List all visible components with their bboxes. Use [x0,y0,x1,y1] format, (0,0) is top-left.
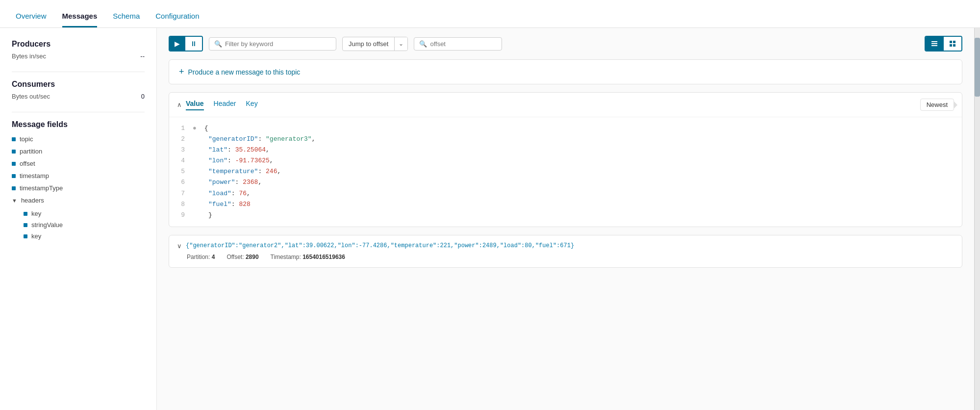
play-pause-group: ▶ ⏸ [169,36,203,51]
partition-value: 4 [212,254,215,260]
code-line-3: 3 "lat": 35.25064, [177,145,954,155]
message-card-1: ∧ Value Header Key Newest 1 ● { 2 "gener… [169,92,962,227]
field-offset[interactable]: offset [12,157,145,170]
nested-field-key-2[interactable]: key [24,231,63,242]
field-timestampType[interactable]: timestampType [12,182,145,194]
produce-banner[interactable]: + Produce a new message to this topic [169,59,962,84]
scrollbar[interactable] [974,28,980,410]
search-icon-offset: 🔍 [419,40,427,48]
bullet-icon [24,223,27,227]
bytes-in-sec-value: -- [140,52,145,60]
offset-input-wrap[interactable]: 🔍 [414,37,502,51]
bullet-icon [12,186,16,190]
field-label: timestampType [20,184,63,192]
tab-messages[interactable]: Messages [62,8,98,27]
main-layout: Producers Bytes in/sec -- Consumers Byte… [0,28,980,410]
tab-configuration[interactable]: Configuration [155,8,199,27]
code-line-5: 5 "temperature": 246, [177,166,954,177]
search-icon: 🔍 [214,40,222,48]
filter-input[interactable] [225,40,331,48]
plus-icon: + [179,67,184,77]
code-line-1: 1 ● { [177,123,954,134]
bytes-in-sec-row: Bytes in/sec -- [12,52,145,60]
field-headers[interactable]: ▼ headers key stringValue [12,194,145,244]
bytes-out-sec-value: 0 [141,93,145,100]
grid-view-icon [949,40,956,48]
toolbar: ▶ ⏸ 🔍 Jump to offset ⌄ 🔍 [169,36,962,51]
main-content: ▶ ⏸ 🔍 Jump to offset ⌄ 🔍 [157,28,974,410]
field-label: offset [20,160,35,167]
field-label: stringValue [31,221,63,229]
jump-offset-chevron[interactable]: ⌄ [395,37,407,50]
play-button[interactable]: ▶ [170,37,185,51]
collapse-icon[interactable]: ∧ [177,101,182,108]
svg-rect-4 [953,41,955,43]
field-label: headers [21,197,44,204]
svg-rect-3 [950,41,952,43]
tab-overview[interactable]: Overview [16,8,47,27]
offset-label: Offset: [226,254,244,260]
headers-row: ▼ headers [12,197,145,204]
pause-button[interactable]: ⏸ [185,37,202,51]
field-topic[interactable]: topic [12,133,145,145]
grid-view-button[interactable] [944,37,961,51]
tab-schema[interactable]: Schema [113,8,140,27]
expand-icon[interactable]: ∨ [177,242,182,250]
field-label: partition [20,148,42,155]
bullet-icon [12,174,16,178]
divider-1 [12,72,145,72]
tab-key[interactable]: Key [246,100,258,110]
partition-label: Partition: [187,254,210,260]
nested-field-stringValue[interactable]: stringValue [24,219,63,231]
message-card-header: ∧ Value Header Key Newest [169,93,962,117]
timestamp-info: Timestamp: 1654016519636 [271,254,345,260]
code-line-6: 6 "power": 2368, [177,177,954,188]
svg-rect-1 [931,43,937,44]
field-partition[interactable]: partition [12,145,145,157]
list-view-button[interactable] [926,37,944,51]
svg-rect-6 [953,44,955,47]
top-navigation: Overview Messages Schema Configuration [0,0,980,28]
bullet-icon [12,162,16,166]
tab-value[interactable]: Value [186,100,204,110]
bytes-in-sec-label: Bytes in/sec [12,52,46,60]
partition-info: Partition: 4 [187,254,215,260]
filter-input-wrap[interactable]: 🔍 [209,37,336,51]
collapsed-row[interactable]: ∨ {"generatorID":"generator2","lat":39.0… [177,242,954,250]
message-fields-title: Message fields [12,120,145,129]
tab-header[interactable]: Header [214,100,236,110]
code-line-8: 8 "fuel": 828 [177,199,954,210]
produce-banner-text[interactable]: Produce a new message to this topic [188,68,301,76]
divider-2 [12,112,145,112]
producers-title: Producers [12,40,145,49]
offset-value: 2890 [246,254,259,260]
chevron-down-icon: ▼ [12,198,17,204]
code-block: 1 ● { 2 "generatorID": "generator3", 3 "… [169,117,962,227]
jump-to-offset-label: Jump to offset [343,37,395,51]
nested-field-key-1[interactable]: key [24,208,63,219]
bytes-out-sec-row: Bytes out/sec 0 [12,93,145,100]
svg-rect-5 [950,44,952,47]
timestamp-value: 1654016519636 [302,254,345,260]
offset-input[interactable] [430,40,497,48]
bullet-icon [12,137,16,141]
newest-badge: Newest [920,99,954,111]
field-label: key [31,232,41,240]
sidebar: Producers Bytes in/sec -- Consumers Byte… [0,28,157,410]
svg-rect-0 [931,41,937,42]
message-fields-section: Message fields topic partition offset ti… [12,120,145,244]
jump-offset-wrap: Jump to offset ⌄ [342,37,408,51]
bullet-icon [24,234,27,238]
code-line-9: 9 } [177,210,954,221]
scrollbar-thumb[interactable] [975,38,980,97]
view-toggle-group [925,36,962,51]
code-line-4: 4 "lon": -91.73625, [177,155,954,166]
code-line-2: 2 "generatorID": "generator3", [177,134,954,145]
bullet-icon [12,150,16,154]
field-label: key [31,210,41,217]
field-timestamp[interactable]: timestamp [12,170,145,182]
offset-info: Offset: 2890 [226,254,258,260]
field-list: topic partition offset timestamp timesta… [12,133,145,244]
collapsed-content: {"generatorID":"generator2","lat":39.006… [186,242,954,249]
bytes-out-sec-label: Bytes out/sec [12,93,50,100]
